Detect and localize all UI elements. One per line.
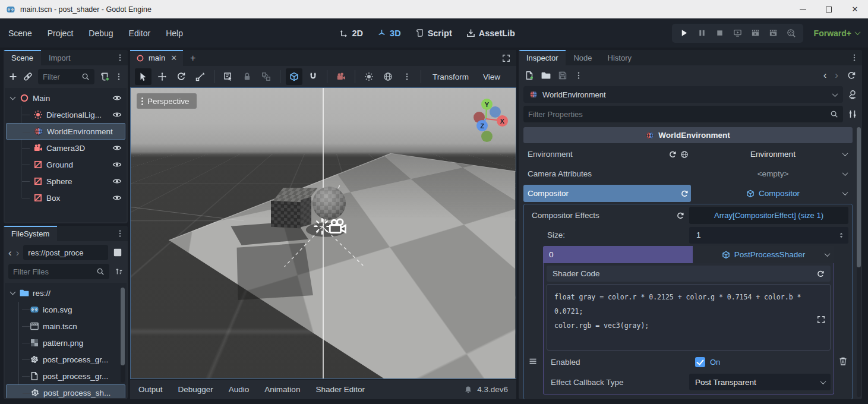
new-resource-button[interactable]: [525, 71, 534, 80]
movie-maker-button[interactable]: [787, 29, 796, 37]
list-select-button[interactable]: [220, 68, 236, 85]
instance-scene-button[interactable]: [23, 72, 33, 81]
tree-node-camera3d[interactable]: Camera3D: [6, 140, 125, 156]
tab-scene[interactable]: Scene: [4, 50, 41, 65]
file-row-root[interactable]: res://: [6, 285, 125, 301]
bottom-tab-shader-editor[interactable]: Shader Editor: [315, 385, 365, 394]
scene-tab-main[interactable]: main ✕: [130, 50, 183, 66]
edit-history-icon[interactable]: [847, 71, 856, 80]
close-tab-icon[interactable]: ✕: [171, 53, 177, 62]
tree-node-directionallight[interactable]: DirectionalLig...: [6, 106, 125, 123]
viewport-3d[interactable]: Perspective Y X Z: [130, 87, 516, 379]
tab-inspector[interactable]: Inspector: [519, 50, 566, 65]
effect-callback-dropdown[interactable]: Post Transparent: [689, 374, 831, 390]
filesystem-scrollbar[interactable]: [121, 288, 125, 383]
history-forward-button[interactable]: ›: [835, 70, 838, 81]
visibility-eye-icon[interactable]: [112, 93, 122, 103]
mode-assetlib[interactable]: AssetLib: [466, 29, 515, 38]
scale-tool-button[interactable]: [192, 68, 209, 85]
close-button[interactable]: ✕: [842, 0, 868, 18]
property-row-compositor[interactable]: Compositor Compositor: [523, 185, 853, 202]
file-row-main-tscn[interactable]: main.tscn: [6, 318, 125, 334]
shader-code-header[interactable]: Shader Code: [547, 266, 831, 282]
revert-icon[interactable]: [676, 212, 684, 220]
visibility-eye-icon[interactable]: [112, 143, 122, 153]
history-back-button[interactable]: ‹: [823, 70, 827, 81]
current-path-field[interactable]: res://post_proce: [23, 245, 108, 260]
filter-properties-field[interactable]: [523, 106, 843, 122]
filesystem-menu-button[interactable]: [112, 226, 128, 241]
minimize-button[interactable]: [790, 0, 816, 18]
tab-history[interactable]: History: [600, 50, 639, 65]
pause-button[interactable]: [697, 29, 706, 37]
tree-node-worldenvironment[interactable]: WorldEnvironment: [6, 123, 125, 140]
preview-environment-button[interactable]: [380, 68, 396, 85]
file-row-post-process-gr-1[interactable]: post_process_gr...: [6, 351, 125, 368]
select-tool-button[interactable]: [135, 68, 151, 85]
compositor-value[interactable]: Compositor: [693, 185, 853, 202]
inspector-scrollbar[interactable]: [857, 127, 861, 397]
scene-filter-input[interactable]: [43, 72, 78, 81]
menu-project[interactable]: Project: [48, 29, 74, 38]
view-menu[interactable]: View: [477, 72, 506, 81]
inspector-menu-button[interactable]: [847, 50, 862, 65]
enabled-checkbox[interactable]: [695, 357, 705, 367]
orientation-gizmo[interactable]: Y X Z: [463, 96, 511, 144]
lock-node-button[interactable]: [239, 68, 255, 85]
play-button[interactable]: [680, 29, 689, 37]
gizmo-x-axis[interactable]: X: [497, 115, 508, 127]
bottom-tab-output[interactable]: Output: [138, 385, 163, 394]
file-row-pattern-png[interactable]: pattern.png: [6, 334, 125, 351]
scrollbar-thumb[interactable]: [121, 288, 125, 365]
play-custom-scene-button[interactable]: [769, 29, 778, 37]
tree-node-ground[interactable]: Ground: [6, 156, 125, 173]
scene-filter-field[interactable]: [38, 69, 94, 84]
gizmo-z-axis[interactable]: Z: [476, 120, 488, 131]
renderer-selector[interactable]: Forward+: [814, 29, 860, 38]
property-tools-button[interactable]: [848, 109, 857, 119]
new-scene-tab-button[interactable]: +: [183, 50, 203, 66]
move-tool-button[interactable]: [154, 68, 171, 85]
collapse-chevron-icon[interactable]: [10, 94, 16, 100]
array-size-spinner[interactable]: 1: [689, 227, 848, 244]
group-node-button[interactable]: [258, 68, 274, 85]
resource-extra-menu-button[interactable]: [575, 71, 583, 80]
menu-editor[interactable]: Editor: [129, 29, 151, 38]
edited-object-selector[interactable]: WorldEnvironment: [523, 86, 843, 103]
maximize-editor-icon[interactable]: [817, 315, 825, 324]
filter-files-input[interactable]: [13, 267, 93, 276]
maximize-button[interactable]: [816, 0, 842, 18]
environment-value[interactable]: Environment: [693, 146, 853, 163]
preview-sun-button[interactable]: [361, 68, 377, 85]
scene-dock-menu-button[interactable]: [112, 50, 128, 65]
collapse-chevron-icon[interactable]: [10, 289, 16, 295]
bottom-tab-debugger[interactable]: Debugger: [178, 385, 213, 394]
scrollbar-thumb[interactable]: [857, 127, 861, 267]
sun-env-menu-button[interactable]: [399, 68, 415, 85]
spinner-arrows-icon[interactable]: [838, 232, 845, 239]
stop-button[interactable]: [715, 29, 724, 37]
compositor-effects-value[interactable]: Array[CompositorEffect] (size 1): [689, 207, 848, 224]
camera-gizmo[interactable]: [327, 217, 348, 238]
menu-debug[interactable]: Debug: [89, 29, 113, 38]
load-resource-button[interactable]: [541, 71, 551, 80]
file-row-post-process-sh[interactable]: post_process_sh...: [6, 384, 125, 398]
delete-element-button[interactable]: [838, 356, 848, 366]
property-row-compositor-effects[interactable]: Compositor Effects Array[CompositorEffec…: [528, 207, 848, 224]
revert-icon[interactable]: [680, 190, 689, 198]
local-space-button[interactable]: [286, 68, 302, 85]
filter-properties-input[interactable]: [528, 110, 826, 119]
filter-files-field[interactable]: [8, 264, 109, 279]
distraction-free-button[interactable]: [496, 50, 516, 66]
play-scene-button[interactable]: [751, 29, 760, 37]
visibility-eye-icon[interactable]: [112, 193, 122, 203]
preview-camera-button[interactable]: [333, 68, 349, 85]
visibility-eye-icon[interactable]: [112, 110, 122, 119]
mode-3d[interactable]: 3D: [377, 29, 401, 38]
tab-import[interactable]: Import: [41, 50, 78, 65]
visibility-eye-icon[interactable]: [112, 176, 122, 186]
menu-scene[interactable]: Scene: [8, 29, 32, 38]
camera-attributes-value[interactable]: <empty>: [693, 165, 853, 182]
tree-node-main[interactable]: Main: [6, 90, 125, 106]
gizmo-neg-y[interactable]: [481, 131, 493, 142]
